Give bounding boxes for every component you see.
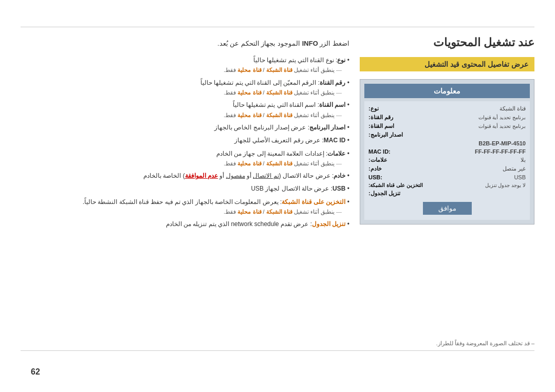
info-panel-title: معلومات (364, 84, 530, 98)
status-not-approved: عدم الموافقة (185, 172, 218, 179)
info-row-usb: USB :USB (368, 173, 526, 181)
info-label-usb: USB (514, 174, 526, 180)
info-label-channel-num: برنامج تحديد أية قنوات (478, 115, 526, 120)
label-bold-channel-num: رقم القناة (320, 79, 345, 86)
list-item-channel-name: • اسم القناة: اسم القناة التي يتم تشغيله… (26, 100, 349, 120)
info-value-channel-name: اسم القناة: (368, 123, 394, 129)
list-item-flags: • علامات: إعدادات العلامة المعينة إلى جه… (26, 149, 349, 169)
info-row-flags: بلا علامات: (368, 156, 526, 164)
info-row-channel-num: برنامج تحديد أية قنوات رقم القناة: (368, 113, 526, 122)
info-value-version: اصدار البرنامج: (368, 132, 403, 138)
top-decorative-line (21, 27, 534, 27)
info-row-download: تنزيل الجدول: (368, 189, 526, 198)
info-value-usb: :USB (368, 174, 382, 180)
label-bold-flags: علامات (327, 150, 345, 157)
instruction-list: • نوع: نوع القناة التي يتم تشغيلها حاليا… (26, 55, 349, 230)
info-row-mac-id: FF-FF-FF-FF-FF-FF :MAC ID (368, 147, 526, 156)
info-label-flags: بلا (521, 157, 526, 163)
status-connected: تم الاتصال (253, 172, 279, 179)
info-value-mac-id: :MAC ID (368, 148, 391, 155)
list-item-channel-num: • رقم القناة: الرقم المعيّن إلى القناة ا… (26, 78, 349, 98)
info-label-mac-address: FF-FF-FF-FF-FF-FF (475, 148, 526, 155)
info-value-storage: التخزين على قناة الشبكة: (368, 182, 423, 188)
label-bold-type: نوع (337, 57, 345, 64)
sub-note-channel-name: ينطبق أثناء تشغيل قناة الشبكة / قناة محل… (26, 111, 342, 120)
info-value-flags: علامات: (368, 157, 387, 163)
right-section: عند تشغيل المحتويات عرض تفاصيل المحتوى ق… (360, 31, 534, 346)
list-item-server: • خادم: عرض حالة الاتصال (تم الاتصال أو … (26, 171, 349, 181)
info-panel-body: قناة الشبكة نوع: برنامج تحديد أية قنوات … (364, 101, 530, 220)
info-row-channel-name: برنامج تحديد أية قنوات اسم القناة: (368, 122, 526, 130)
label-orange-download: تنزيل الجدول (312, 220, 345, 228)
left-section: اضغط الزر INFO الموجود بجهاز التحكم عن ب… (21, 31, 360, 346)
list-item-mac-id: • MAC ID: عرض رقم التعريف الأصلي للجهاز (26, 136, 349, 145)
info-value-channel-num: رقم القناة: (368, 114, 393, 121)
sub-note-flags: ينطبق أثناء تشغيل قناة الشبكة / قناة محل… (26, 159, 342, 169)
list-item-type: • نوع: نوع القناة التي يتم تشغيلها حاليا… (26, 55, 349, 75)
status-disconnected: مفصول (226, 172, 245, 179)
label-bold-usb: USB (332, 185, 345, 192)
info-label-channel-name: برنامج تحديد أية قنوات (478, 123, 526, 129)
label-bold-channel-name: اسم القناة (319, 101, 345, 108)
list-item-usb: • USB: عرض حالة الاتصال لجهاز USB (26, 184, 349, 194)
info-row-version: اصدار البرنامج: (368, 130, 526, 139)
label-bold-version: اصدار البرنامج (309, 124, 345, 131)
label-bold-server: خادم (334, 172, 345, 179)
list-item-version: • اصدار البرنامج: عرض إصدار البرنامج الخ… (26, 123, 349, 133)
info-row-server: غير متصل خادم: (368, 164, 526, 173)
info-value-download: تنزيل الجدول: (368, 190, 400, 197)
page-number: 62 (31, 367, 40, 377)
sub-note-channel-num: ينطبق أثناء تشغيل قناة الشبكة / قناة محل… (26, 88, 342, 98)
label-orange-storage: التخزين على قناة الشبكة (282, 198, 345, 206)
info-row-storage: لا يوجد جدول تنزيل التخزين على قناة الشب… (368, 181, 526, 189)
sub-note-storage: ينطبق أثناء تشغيل قناة الشبكة / قناة محل… (26, 208, 342, 217)
list-item-download-schedule: • تنزيل الجدول: عرض تقدم network schedul… (26, 219, 349, 229)
info-label-mac1: B2B-EP-MIP-4510 (478, 140, 526, 146)
list-item-network-storage: • التخزين على قناة الشبكة: يعرض المعلوما… (26, 197, 349, 217)
page-title: عند تشغيل المحتويات (360, 36, 534, 49)
sub-note-type: ينطبق أثناء تشغيل قناة الشبكة / قناة محل… (26, 66, 342, 75)
ok-button[interactable]: موافق (423, 202, 472, 215)
info-label-server: غير متصل (503, 165, 526, 172)
info-row-mac1: B2B-EP-MIP-4510 (368, 139, 526, 147)
info-panel: معلومات قناة الشبكة نوع: برنامج تحديد أي… (360, 79, 534, 225)
section-subtitle: عرض تفاصيل المحتوى قيد التشغيل (360, 57, 534, 71)
main-content: عند تشغيل المحتويات عرض تفاصيل المحتوى ق… (21, 31, 534, 346)
info-value-type: نوع: (368, 105, 379, 112)
info-value-server: خادم: (368, 165, 382, 172)
info-label-type: قناة الشبكة (499, 105, 526, 112)
bottom-decorative-line (21, 350, 534, 351)
mac-id-label: MAC ID (324, 137, 346, 144)
info-label-storage: لا يوجد جدول تنزيل (485, 182, 526, 188)
info-button-note: اضغط الزر INFO الموجود بجهاز التحكم عن ب… (26, 39, 349, 49)
info-row-type: قناة الشبكة نوع: (368, 104, 526, 113)
